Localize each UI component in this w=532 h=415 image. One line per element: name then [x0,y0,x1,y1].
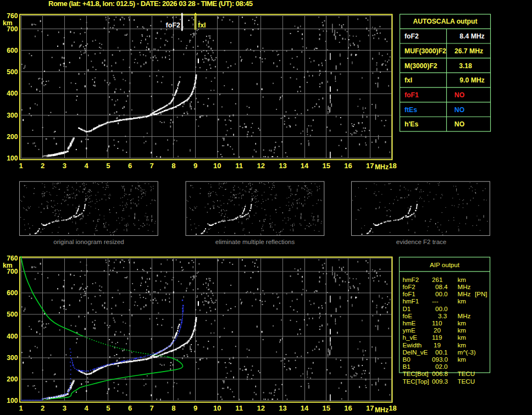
svg-text:foF2: foF2 [166,21,180,29]
svg-text:02.0: 02.0 [435,363,448,370]
svg-text:M(3000)F2: M(3000)F2 [404,62,437,70]
svg-text:km: km [458,334,466,341]
svg-text:ftEs: ftEs [404,106,417,114]
svg-text:00.0: 00.0 [435,290,448,297]
svg-text:TEC[Bot]: TEC[Bot] [403,370,429,377]
svg-text:evidence F2 trace: evidence F2 trace [396,239,446,245]
svg-text:km: km [458,341,466,348]
svg-text:00.0: 00.0 [435,305,448,312]
svg-text:9.0 MHz: 9.0 MHz [459,76,484,84]
svg-text:261: 261 [432,276,442,283]
svg-text:MUF(3000)F2: MUF(3000)F2 [404,47,446,55]
svg-text:TECU: TECU [458,370,475,377]
svg-text:8.4 MHz: 8.4 MHz [459,32,484,40]
svg-text:km: km [458,319,466,327]
svg-text:km: km [458,276,466,283]
svg-text:006.8: 006.8 [432,370,448,377]
svg-text:Ewidth: Ewidth [403,341,422,348]
svg-text:fxI: fxI [198,21,206,29]
svg-text:NO: NO [455,120,464,128]
svg-text:AUTOSCALA output: AUTOSCALA output [413,18,477,25]
svg-text:h_vE: h_vE [403,334,418,341]
svg-text:D1: D1 [403,305,411,312]
svg-text:AIP output: AIP output [430,261,460,268]
svg-text:08.4: 08.4 [435,283,448,290]
svg-text:km: km [458,327,466,334]
svg-text:m^(-3): m^(-3) [458,348,476,356]
svg-text:009.3: 009.3 [432,378,448,385]
svg-text:hmE: hmE [403,319,416,327]
svg-text:TEC[Top]: TEC[Top] [403,378,429,385]
svg-text:NO: NO [455,106,464,114]
svg-text:119: 119 [432,334,442,341]
svg-text:NO: NO [455,91,464,99]
svg-text:093.0: 093.0 [432,356,448,363]
svg-text:MHz: MHz [458,290,471,297]
svg-text:original ionogram resized: original ionogram resized [53,239,124,245]
svg-text:B1: B1 [403,363,411,370]
svg-text:---: --- [432,297,439,305]
svg-text:foF1: foF1 [404,91,419,99]
svg-text:3.3: 3.3 [438,312,447,319]
svg-text:foF2: foF2 [403,283,415,290]
svg-text:DelN_vE: DelN_vE [403,348,428,356]
svg-text:hmF1: hmF1 [403,297,419,305]
svg-text:MHz: MHz [458,312,471,319]
svg-text:MHz: MHz [458,283,471,290]
svg-text:20: 20 [434,327,441,334]
svg-text:foE: foE [403,312,413,319]
svg-text:ymE: ymE [403,327,415,334]
svg-text:eliminate multiple reflections: eliminate multiple reflections [215,239,295,245]
svg-text:km: km [458,356,466,363]
svg-text:hmF2: hmF2 [403,276,419,283]
svg-text:B0: B0 [403,356,411,363]
svg-text:110: 110 [432,319,442,327]
svg-text:00.1: 00.1 [435,348,448,356]
svg-text:fxI: fxI [404,76,412,84]
svg-text:Rome (lat: +41.8, lon: 012.5): Rome (lat: +41.8, lon: 012.5) - DATE: 20… [48,0,253,8]
svg-text:3.18: 3.18 [459,62,472,70]
svg-text:km: km [458,297,466,305]
svg-text:foF1: foF1 [403,290,415,297]
svg-text:26.7 MHz: 26.7 MHz [455,47,483,55]
svg-text:[PN]: [PN] [475,290,487,297]
svg-text:h'Es: h'Es [404,120,418,128]
svg-text:TECU: TECU [458,378,475,385]
svg-text:19: 19 [434,341,441,348]
svg-text:foF2: foF2 [404,32,419,40]
